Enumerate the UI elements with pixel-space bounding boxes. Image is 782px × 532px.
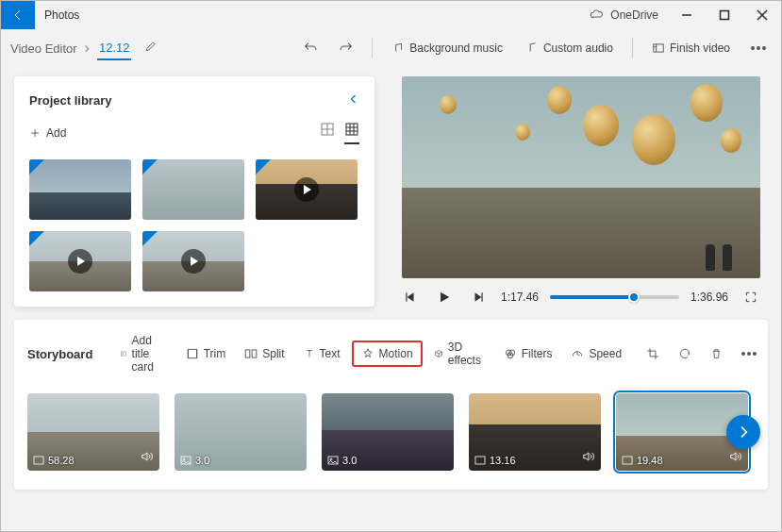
scroll-right-button[interactable] — [726, 415, 760, 449]
library-item[interactable] — [256, 159, 358, 220]
app-title: Photos — [44, 8, 79, 22]
background-music-button[interactable]: Background music — [384, 35, 510, 61]
svg-rect-22 — [475, 457, 485, 464]
breadcrumb-root[interactable]: Video Editor — [10, 42, 77, 56]
svg-rect-10 — [252, 350, 257, 357]
crop-button[interactable] — [639, 342, 667, 365]
plus-icon — [29, 127, 41, 139]
chevron-right-icon: › — [85, 40, 90, 57]
filters-button[interactable]: Filters — [496, 342, 560, 365]
library-item[interactable] — [142, 159, 244, 220]
volume-icon — [729, 449, 742, 466]
storyboard-clip[interactable]: 3.0 — [175, 393, 307, 471]
project-name[interactable]: 12.12 — [97, 37, 132, 60]
minimize-button[interactable] — [668, 1, 706, 29]
finish-video-button[interactable]: Finish video — [644, 35, 738, 61]
library-title: Project library — [29, 93, 111, 108]
add-media-button[interactable]: Add — [29, 126, 66, 140]
delete-button[interactable] — [703, 342, 730, 365]
svg-rect-23 — [623, 457, 632, 464]
svg-rect-8 — [188, 349, 196, 357]
music-icon — [391, 42, 405, 55]
rotate-button[interactable] — [671, 342, 699, 365]
svg-point-15 — [748, 353, 750, 355]
preview-player[interactable] — [402, 76, 760, 278]
svg-rect-1 — [654, 44, 664, 52]
svg-point-2 — [752, 47, 754, 49]
export-icon — [652, 42, 665, 55]
svg-rect-6 — [346, 124, 358, 135]
audio-icon — [525, 42, 539, 55]
volume-icon — [141, 449, 154, 466]
3d-effects-button[interactable]: 3D effects — [426, 336, 492, 372]
volume-icon — [582, 449, 595, 466]
view-large-button[interactable] — [320, 122, 335, 144]
svg-point-14 — [742, 353, 744, 355]
storyboard-clip[interactable]: 58.28 — [27, 393, 159, 471]
custom-audio-button[interactable]: Custom audio — [518, 35, 621, 61]
text-button[interactable]: Text — [296, 342, 348, 365]
more-button[interactable] — [745, 35, 772, 61]
onedrive-button[interactable]: OneDrive — [590, 8, 658, 22]
storyboard-clip[interactable]: 3.0 — [322, 393, 454, 471]
maximize-button[interactable] — [706, 1, 743, 29]
back-button[interactable] — [1, 1, 35, 29]
collapse-library-button[interactable] — [348, 91, 359, 108]
play-button[interactable] — [433, 290, 456, 305]
split-button[interactable]: Split — [237, 342, 291, 365]
svg-point-3 — [757, 47, 759, 49]
storyboard-more-button[interactable] — [734, 347, 764, 360]
add-title-card-button[interactable]: Add title card — [113, 329, 168, 378]
next-frame-button[interactable] — [467, 291, 490, 304]
storyboard-clip[interactable]: 13.16 — [469, 393, 601, 471]
library-item[interactable] — [29, 231, 131, 291]
undo-button[interactable] — [296, 35, 324, 61]
total-time: 1:36.96 — [690, 291, 728, 304]
storyboard-title: Storyboard — [27, 347, 92, 361]
cloud-icon — [590, 9, 605, 21]
redo-button[interactable] — [332, 35, 360, 61]
svg-point-16 — [754, 353, 756, 355]
svg-point-21 — [330, 458, 332, 460]
view-grid-button[interactable] — [344, 122, 359, 144]
svg-point-4 — [763, 47, 765, 49]
svg-rect-9 — [245, 350, 250, 357]
svg-rect-17 — [34, 457, 43, 464]
rename-button[interactable] — [144, 40, 165, 57]
prev-frame-button[interactable] — [399, 291, 422, 304]
library-item[interactable] — [29, 159, 131, 220]
speed-button[interactable]: Speed — [563, 342, 629, 365]
current-time: 1:17.46 — [501, 291, 539, 304]
trim-button[interactable]: Trim — [178, 342, 234, 365]
library-item[interactable] — [142, 231, 244, 291]
fullscreen-button[interactable] — [740, 291, 762, 304]
close-button[interactable] — [743, 1, 781, 29]
motion-button[interactable]: Motion — [352, 341, 423, 367]
svg-point-19 — [183, 458, 185, 460]
svg-rect-0 — [721, 11, 729, 20]
seek-slider[interactable] — [550, 295, 679, 299]
project-library-panel: Project library Add — [14, 76, 374, 307]
svg-rect-7 — [122, 352, 126, 356]
